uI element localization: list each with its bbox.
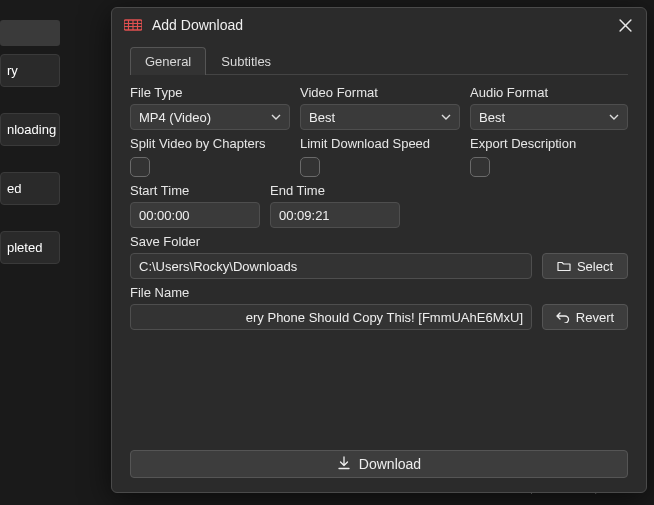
revert-icon (556, 311, 570, 323)
start-time-input[interactable] (130, 202, 260, 228)
tabs: General Subtitles (130, 46, 628, 75)
export-desc-label: Export Description (470, 136, 628, 151)
chevron-down-icon (609, 114, 619, 120)
select-button-label: Select (577, 259, 613, 274)
select-folder-button[interactable]: Select (542, 253, 628, 279)
dialog-footer: Download (112, 442, 646, 492)
file-name-label: File Name (130, 285, 532, 300)
sidebar-item[interactable]: nloading (0, 113, 60, 146)
export-desc-checkbox[interactable] (470, 157, 490, 177)
audio-format-label: Audio Format (470, 85, 628, 100)
chevron-down-icon (441, 114, 451, 120)
tab-subtitles[interactable]: Subtitles (206, 47, 286, 75)
sidebar-item[interactable]: pleted (0, 231, 60, 264)
sidebar-header-fragment (0, 20, 60, 46)
sidebar-item[interactable]: ed (0, 172, 60, 205)
video-format-select[interactable]: Best (300, 104, 460, 130)
limit-speed-checkbox[interactable] (300, 157, 320, 177)
sidebar-item[interactable]: ry (0, 54, 60, 87)
start-time-label: Start Time (130, 183, 260, 198)
split-chapters-checkbox[interactable] (130, 157, 150, 177)
end-time-input[interactable] (270, 202, 400, 228)
file-type-value: MP4 (Video) (139, 110, 211, 125)
dialog-body: General Subtitles File Type MP4 (Video) … (112, 40, 646, 442)
file-name-value: ery Phone Should Copy This! [FmmUAhE6MxU… (246, 310, 523, 325)
revert-button[interactable]: Revert (542, 304, 628, 330)
folder-icon (557, 260, 571, 272)
audio-format-value: Best (479, 110, 505, 125)
app-icon (124, 17, 142, 33)
file-name-input[interactable]: ery Phone Should Copy This! [FmmUAhE6MxU… (130, 304, 532, 330)
download-button[interactable]: Download (130, 450, 628, 478)
video-format-label: Video Format (300, 85, 460, 100)
limit-speed-label: Limit Download Speed (300, 136, 460, 151)
tab-general[interactable]: General (130, 47, 206, 75)
end-time-label: End Time (270, 183, 400, 198)
dialog-title: Add Download (152, 17, 606, 33)
save-folder-value: C:\Users\Rocky\Downloads (139, 259, 297, 274)
chevron-down-icon (271, 114, 281, 120)
audio-format-select[interactable]: Best (470, 104, 628, 130)
split-chapters-label: Split Video by Chapters (130, 136, 290, 151)
end-time-field[interactable] (279, 208, 391, 223)
sidebar: ry nloading ed pleted (0, 20, 60, 290)
start-time-field[interactable] (139, 208, 251, 223)
file-type-label: File Type (130, 85, 290, 100)
close-button[interactable] (616, 16, 634, 34)
revert-button-label: Revert (576, 310, 614, 325)
video-format-value: Best (309, 110, 335, 125)
file-type-select[interactable]: MP4 (Video) (130, 104, 290, 130)
save-folder-label: Save Folder (130, 234, 532, 249)
download-icon (337, 456, 351, 473)
titlebar: Add Download (112, 8, 646, 40)
download-button-label: Download (359, 456, 421, 472)
add-download-dialog: Add Download General Subtitles File Type… (111, 7, 647, 493)
save-folder-path[interactable]: C:\Users\Rocky\Downloads (130, 253, 532, 279)
